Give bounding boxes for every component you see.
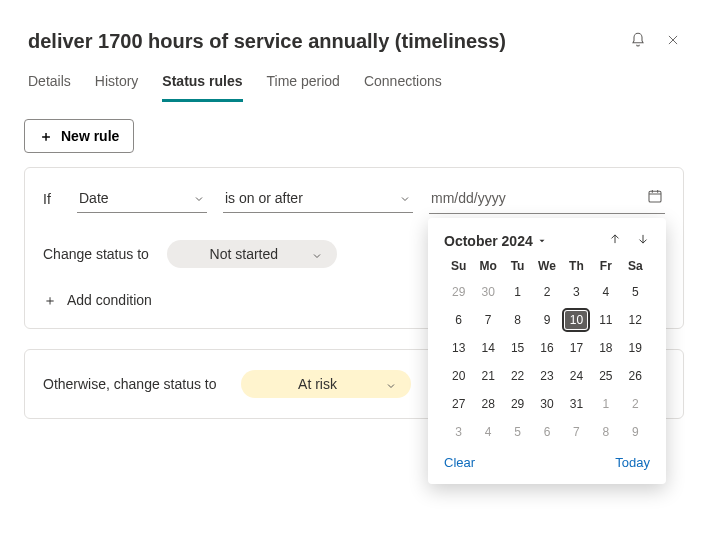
calendar-day[interactable]: 29 — [503, 395, 532, 413]
calendar-day[interactable]: 6 — [444, 311, 473, 329]
calendar-dow: Fr — [591, 259, 620, 273]
calendar-day[interactable]: 4 — [473, 423, 502, 441]
calendar-day[interactable]: 3 — [562, 283, 591, 301]
calendar-month-label: October 2024 — [444, 233, 533, 249]
chevron-down-icon — [311, 249, 323, 261]
calendar-day[interactable]: 25 — [591, 367, 620, 385]
status-select-at-risk[interactable]: At risk — [241, 370, 411, 398]
calendar-day[interactable]: 27 — [444, 395, 473, 413]
calendar-today-button[interactable]: Today — [615, 455, 650, 470]
calendar-dow: Th — [562, 259, 591, 273]
close-icon[interactable] — [666, 33, 680, 50]
calendar-day[interactable]: 22 — [503, 367, 532, 385]
calendar-day[interactable]: 13 — [444, 339, 473, 357]
calendar-prev-icon[interactable] — [608, 232, 622, 249]
tab-time-period[interactable]: Time period — [267, 73, 340, 102]
calendar-day[interactable]: 24 — [562, 367, 591, 385]
calendar-day[interactable]: 8 — [591, 423, 620, 441]
calendar-day[interactable]: 29 — [444, 283, 473, 301]
tab-history[interactable]: History — [95, 73, 139, 102]
calendar-day[interactable]: 1 — [591, 395, 620, 413]
calendar-day[interactable]: 9 — [621, 423, 650, 441]
calendar-day[interactable]: 12 — [621, 311, 650, 329]
calendar-day[interactable]: 7 — [473, 311, 502, 329]
chevron-down-icon — [399, 192, 411, 204]
calendar-dow: Su — [444, 259, 473, 273]
calendar-day[interactable]: 5 — [503, 423, 532, 441]
calendar-day[interactable]: 1 — [503, 283, 532, 301]
calendar-day[interactable]: 2 — [532, 283, 561, 301]
calendar-day[interactable]: 15 — [503, 339, 532, 357]
new-rule-button[interactable]: ＋ New rule — [24, 119, 134, 153]
calendar-day[interactable]: 7 — [562, 423, 591, 441]
calendar-grid: SuMoTuWeThFrSa29301234567891011121314151… — [444, 259, 650, 441]
calendar-day-today[interactable]: 10 — [565, 311, 587, 329]
calendar-day[interactable]: 8 — [503, 311, 532, 329]
add-condition-button[interactable]: ＋ Add condition — [43, 292, 152, 308]
chevron-down-icon — [193, 192, 205, 204]
page-title: deliver 1700 hours of service annually (… — [28, 30, 630, 53]
if-label: If — [43, 191, 61, 207]
operator-select-value: is on or after — [225, 190, 303, 206]
plus-icon: ＋ — [43, 293, 57, 307]
date-input[interactable]: mm/dd/yyyy — [429, 184, 665, 214]
status-value: Not started — [210, 246, 278, 262]
calendar-day[interactable]: 6 — [532, 423, 561, 441]
calendar-day[interactable]: 30 — [532, 395, 561, 413]
calendar-day[interactable]: 11 — [591, 311, 620, 329]
calendar-day[interactable]: 2 — [621, 395, 650, 413]
otherwise-label: Otherwise, change status to — [43, 376, 217, 392]
calendar-day[interactable]: 21 — [473, 367, 502, 385]
tab-connections[interactable]: Connections — [364, 73, 442, 102]
add-condition-label: Add condition — [67, 292, 152, 308]
svg-rect-0 — [649, 191, 661, 202]
chevron-down-icon — [385, 379, 397, 391]
bell-icon[interactable] — [630, 32, 646, 51]
calendar-day[interactable]: 20 — [444, 367, 473, 385]
plus-icon: ＋ — [39, 129, 53, 143]
field-select-value: Date — [79, 190, 109, 206]
calendar-dow: We — [532, 259, 561, 273]
calendar-day[interactable]: 3 — [444, 423, 473, 441]
calendar-day[interactable]: 17 — [562, 339, 591, 357]
calendar-day[interactable]: 26 — [621, 367, 650, 385]
calendar-dow: Sa — [621, 259, 650, 273]
calendar-day[interactable]: 4 — [591, 283, 620, 301]
status-select-not-started[interactable]: Not started — [167, 240, 337, 268]
calendar-day[interactable]: 9 — [532, 311, 561, 329]
new-rule-label: New rule — [61, 128, 119, 144]
date-picker-popup: October 2024 SuMoTuWeThFrSa2930123456789… — [428, 218, 666, 484]
calendar-clear-button[interactable]: Clear — [444, 455, 475, 470]
calendar-day[interactable]: 18 — [591, 339, 620, 357]
calendar-icon[interactable] — [647, 188, 663, 207]
calendar-day[interactable]: 28 — [473, 395, 502, 413]
change-status-label: Change status to — [43, 246, 149, 262]
calendar-day[interactable]: 23 — [532, 367, 561, 385]
operator-select[interactable]: is on or after — [223, 186, 413, 213]
status-value: At risk — [298, 376, 337, 392]
calendar-dow: Mo — [473, 259, 502, 273]
date-placeholder: mm/dd/yyyy — [431, 190, 506, 206]
calendar-day[interactable]: 14 — [473, 339, 502, 357]
calendar-day[interactable]: 31 — [562, 395, 591, 413]
tab-bar: Details History Status rules Time period… — [0, 53, 708, 103]
calendar-dow: Tu — [503, 259, 532, 273]
calendar-next-icon[interactable] — [636, 232, 650, 249]
tab-details[interactable]: Details — [28, 73, 71, 102]
field-select[interactable]: Date — [77, 186, 207, 213]
tab-status-rules[interactable]: Status rules — [162, 73, 242, 102]
calendar-month-select[interactable]: October 2024 — [444, 233, 608, 249]
calendar-day[interactable]: 19 — [621, 339, 650, 357]
calendar-day[interactable]: 16 — [532, 339, 561, 357]
calendar-day[interactable]: 30 — [473, 283, 502, 301]
calendar-day[interactable]: 5 — [621, 283, 650, 301]
